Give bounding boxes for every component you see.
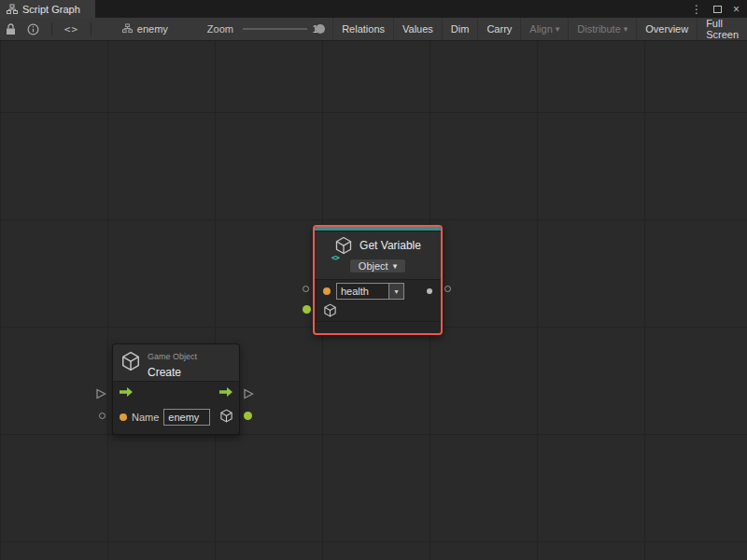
flow-input-arrow-icon[interactable]	[119, 385, 134, 401]
gameobject-output-port-connected[interactable]	[244, 412, 252, 420]
node-category: Game Object	[148, 352, 197, 361]
zoom-slider[interactable]	[243, 22, 307, 35]
variable-name-field[interactable]	[336, 283, 388, 300]
close-icon[interactable]: ×	[733, 4, 740, 15]
values-button[interactable]: Values	[393, 18, 442, 40]
chevron-down-icon: ▾	[624, 24, 628, 34]
overview-button[interactable]: Overview	[636, 18, 697, 40]
info-icon[interactable]	[21, 18, 45, 40]
lock-icon[interactable]	[0, 18, 21, 40]
relations-button[interactable]: Relations	[332, 18, 393, 40]
chevron-down-icon: ▾	[393, 261, 398, 271]
chevron-down-icon: ▾	[556, 24, 560, 34]
script-graph-icon	[7, 4, 18, 15]
zoom-slider-handle[interactable]	[316, 24, 325, 34]
code-view-button[interactable]: <>	[59, 18, 84, 40]
node-footer	[315, 321, 441, 333]
distribute-button[interactable]: Distribute▾	[568, 18, 636, 40]
toolbar-buttons: Relations Values Dim Carry Align▾ Distri…	[332, 18, 747, 40]
carry-button[interactable]: Carry	[477, 18, 520, 40]
wire-layer	[0, 41, 280, 181]
graph-breadcrumb[interactable]: enemy	[122, 23, 168, 35]
dim-button[interactable]: Dim	[442, 18, 478, 40]
variable-cube-icon: <>	[334, 236, 353, 255]
toolbar-separator	[51, 22, 52, 36]
node-get-variable[interactable]: <> Get Variable Object ▾ ▾	[313, 225, 443, 335]
menu-icon[interactable]: ⋮	[691, 4, 702, 15]
fullscreen-button[interactable]: Full Screen	[697, 18, 747, 40]
node-header[interactable]: <> Get Variable Object ▾	[315, 231, 441, 280]
flow-input-port-triangle[interactable]	[95, 386, 106, 403]
graph-icon	[122, 23, 133, 35]
gameobject-output-icon[interactable]	[219, 409, 233, 427]
name-input-field[interactable]	[163, 409, 210, 426]
name-input-port-dot[interactable]	[120, 413, 127, 421]
title-bar: Script Graph ⋮ ×	[0, 0, 747, 18]
toolbar-separator	[91, 22, 92, 36]
node-title: Create	[148, 366, 181, 379]
object-input-port-connected[interactable]	[303, 305, 311, 314]
script-graph-window: Script Graph ⋮ × <>	[0, 0, 747, 560]
zoom-slider-track[interactable]	[243, 28, 307, 30]
tab-title: Script Graph	[22, 4, 80, 15]
graph-canvas[interactable]: Game Object Create Name	[0, 41, 747, 560]
maximize-icon[interactable]	[713, 6, 722, 13]
flow-output-arrow-icon[interactable]	[218, 385, 233, 401]
variable-scope-dropdown[interactable]: Object ▾	[349, 259, 406, 273]
tab-script-graph[interactable]: Script Graph	[0, 0, 95, 18]
name-input-port[interactable]	[99, 413, 106, 419]
gameobject-input-icon[interactable]	[323, 303, 337, 321]
variable-name-port[interactable]	[303, 286, 309, 292]
align-button[interactable]: Align▾	[520, 18, 568, 40]
gameobject-cube-icon	[120, 351, 141, 375]
chevron-down-icon: ▾	[394, 287, 398, 296]
zoom-label: Zoom	[207, 23, 233, 35]
toolbar: <> enemy Zoom 1x Relations Values Dim Ca…	[0, 18, 747, 41]
name-input-label: Name	[132, 412, 159, 423]
variable-name-port-dot[interactable]	[323, 287, 331, 295]
node-game-object-create[interactable]: Game Object Create Name	[112, 343, 240, 435]
node-title: Get Variable	[359, 239, 421, 252]
flow-output-port-triangle[interactable]	[243, 386, 254, 403]
graph-name: enemy	[137, 23, 168, 35]
node-header[interactable]: Game Object Create	[113, 344, 239, 382]
variable-suggest-dropdown[interactable]: ▾	[388, 283, 404, 300]
value-output-port[interactable]	[444, 286, 451, 292]
value-output-indicator[interactable]	[427, 288, 432, 294]
